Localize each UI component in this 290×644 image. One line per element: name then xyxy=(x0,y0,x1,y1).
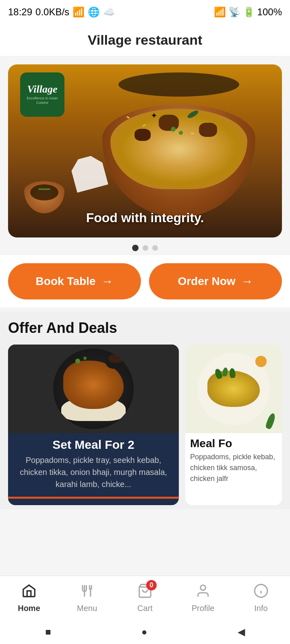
cart-badge-count: 0 xyxy=(146,580,157,590)
order-now-arrow-icon: → xyxy=(241,275,253,288)
nav-info[interactable]: Info xyxy=(241,583,281,613)
logo-text: Village xyxy=(27,83,57,95)
nav-menu[interactable]: Menu xyxy=(67,583,107,613)
signal-icon: 🌐 xyxy=(88,6,100,18)
app-header: Village restaurant xyxy=(0,24,290,56)
nav-profile[interactable]: Profile xyxy=(183,583,223,613)
hero-caption: Food with integrity. xyxy=(8,211,282,225)
svg-point-2 xyxy=(201,585,206,590)
profile-icon xyxy=(195,583,211,602)
order-now-button[interactable]: Order Now → xyxy=(149,263,282,299)
offers-title: Offer And Deals xyxy=(8,320,282,336)
bottom-nav: Home Menu 0 Cart xyxy=(0,576,290,620)
order-now-label: Order Now xyxy=(178,275,235,288)
network-speed: 0.0KB/s xyxy=(35,6,69,18)
page-title: Village restaurant xyxy=(88,32,203,48)
battery-icon: 🔋 xyxy=(243,6,255,18)
book-table-label: Book Table xyxy=(36,275,96,288)
book-table-button[interactable]: Book Table → xyxy=(8,263,141,299)
sauce-bowl xyxy=(24,181,64,213)
nav-menu-label: Menu xyxy=(77,604,97,613)
book-table-arrow-icon: → xyxy=(101,275,113,288)
battery-percent: 100% xyxy=(257,6,282,18)
android-home-button[interactable]: ● xyxy=(141,626,147,638)
offer-card-1-desc: Poppadoms, pickle tray, seekh kebab, chi… xyxy=(8,454,179,490)
home-icon xyxy=(21,583,37,602)
offer-card-2-desc: Poppadoms, pickle kebab, chicken tikk sa… xyxy=(185,452,282,484)
status-bar: 18:29 0.0KB/s 📶 🌐 ☁️ 📶 📡 🔋 100% xyxy=(0,0,290,24)
nav-home-label: Home xyxy=(18,604,40,613)
nav-cart[interactable]: 0 Cart xyxy=(125,583,165,613)
wifi-icon: 📡 xyxy=(228,6,240,18)
rice: ✦ xyxy=(110,109,247,189)
carousel-dots xyxy=(0,245,290,251)
nav-home[interactable]: Home xyxy=(9,583,49,613)
dot-3[interactable] xyxy=(152,245,158,251)
cutlery-icon xyxy=(79,583,95,602)
dot-2[interactable] xyxy=(143,245,148,251)
cart-badge-container: 0 xyxy=(137,583,153,602)
bowl: ✦ xyxy=(102,105,255,217)
android-square-button[interactable]: ■ xyxy=(45,626,51,638)
offer-card-2[interactable]: Meal Fo Poppadoms, pickle kebab, chicken… xyxy=(185,345,282,505)
dot-1[interactable] xyxy=(132,245,139,251)
status-right: 📶 📡 🔋 100% xyxy=(214,6,282,18)
status-left: 18:29 0.0KB/s 📶 🌐 ☁️ xyxy=(8,6,115,18)
nav-info-label: Info xyxy=(254,604,267,613)
offer-card-1[interactable]: Set Meal For 2 Poppadoms, pickle tray, s… xyxy=(8,345,179,505)
offer-card-1-title: Set Meal For 2 xyxy=(8,433,179,454)
offer-card-1-bar xyxy=(8,497,179,499)
android-nav-bar: ■ ● ◀ xyxy=(0,620,290,644)
info-icon xyxy=(253,583,269,602)
action-buttons-container: Book Table → Order Now → xyxy=(0,255,290,308)
offer-card-2-image xyxy=(185,345,282,433)
android-back-button[interactable]: ◀ xyxy=(238,626,245,638)
offer-card-2-title: Meal Fo xyxy=(185,433,282,452)
offers-section: Offer And Deals Set Meal For 2 Po xyxy=(0,312,290,509)
village-logo: Village Excellence in Asian Cuisine xyxy=(20,72,64,117)
nav-profile-label: Profile xyxy=(192,604,215,613)
nav-cart-label: Cart xyxy=(137,604,153,613)
sauce-liquid xyxy=(30,184,58,200)
signal-bars-icon: 📶 xyxy=(214,6,226,18)
food-illustration: ✦ xyxy=(94,72,263,217)
cloud-icon: ☁️ xyxy=(103,6,115,18)
logo-subtext: Excellence in Asian Cuisine xyxy=(20,95,64,106)
time: 18:29 xyxy=(8,6,32,18)
sim-icon: 📶 xyxy=(72,6,85,18)
offer-card-1-image xyxy=(8,345,179,433)
offers-scroll[interactable]: Set Meal For 2 Poppadoms, pickle tray, s… xyxy=(8,345,282,509)
hero-container: Village Excellence in Asian Cuisine xyxy=(0,64,290,237)
hero-image: Village Excellence in Asian Cuisine xyxy=(8,64,282,237)
